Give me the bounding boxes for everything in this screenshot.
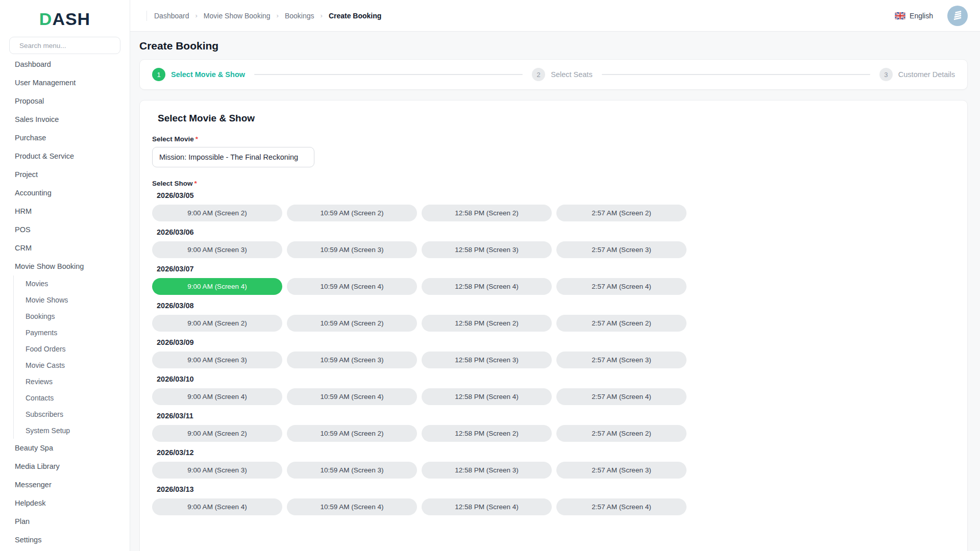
show-time-slot[interactable]: 2:57 AM (Screen 4) [556, 498, 687, 515]
show-time-slot[interactable]: 2:57 AM (Screen 4) [556, 388, 687, 405]
sidebar-item-purchase[interactable]: Purchase [9, 129, 121, 147]
show-time-slot[interactable]: 12:58 PM (Screen 2) [422, 315, 552, 332]
sidebar-subitem-bookings[interactable]: Bookings [26, 308, 121, 324]
show-date-groups: 2026/03/059:00 AM (Screen 2)10:59 AM (Sc… [152, 191, 955, 515]
card-title: Select Movie & Show [158, 113, 255, 124]
show-time-list: 9:00 AM (Screen 2)10:59 AM (Screen 2)12:… [152, 315, 955, 332]
sidebar-item-label: POS [15, 226, 31, 234]
sidebar-subitem-system-setup[interactable]: System Setup [26, 422, 121, 439]
sidebar-item-label: Plan [15, 517, 30, 525]
show-time-slot[interactable]: 10:59 AM (Screen 4) [287, 498, 417, 515]
sidebar-subitem-reviews[interactable]: Reviews [26, 373, 121, 390]
language-selector[interactable]: English [895, 12, 937, 20]
show-time-slot[interactable]: 10:59 AM (Screen 3) [287, 462, 417, 479]
show-time-slot[interactable]: 9:00 AM (Screen 3) [152, 241, 282, 258]
sidebar-item-sales-invoice[interactable]: $Sales Invoice [9, 110, 121, 129]
show-date-row: 2026/03/11 [152, 412, 955, 420]
show-time-slot[interactable]: 10:59 AM (Screen 2) [287, 205, 417, 221]
show-time-slot[interactable]: 12:58 PM (Screen 4) [422, 388, 552, 405]
show-time-slot[interactable]: 9:00 AM (Screen 3) [152, 462, 282, 479]
show-time-slot[interactable]: 12:58 PM (Screen 4) [422, 498, 552, 515]
sidebar-item-messenger[interactable]: Messenger [9, 475, 121, 494]
show-time-slot[interactable]: 10:59 AM (Screen 4) [287, 278, 417, 295]
show-time-slot[interactable]: 9:00 AM (Screen 2) [152, 205, 282, 221]
show-time-slot[interactable]: 12:58 PM (Screen 4) [422, 278, 552, 295]
sidebar-subitem-movie-casts[interactable]: Movie Casts [26, 357, 121, 373]
show-time-slot[interactable]: 2:57 AM (Screen 3) [556, 241, 687, 258]
show-time-slot[interactable]: 2:57 AM (Screen 3) [556, 462, 687, 479]
show-time-slot[interactable]: 9:00 AM (Screen 3) [152, 352, 282, 368]
sidebar-item-movie-show-booking[interactable]: Movie Show Booking [9, 257, 121, 276]
show-time-slot[interactable]: 2:57 AM (Screen 2) [556, 425, 687, 442]
step-select-movie-show[interactable]: 1Select Movie & Show [152, 68, 245, 81]
breadcrumb-item-bookings[interactable]: Bookings [285, 12, 314, 20]
sidebar-item-dashboard[interactable]: Dashboard [9, 59, 121, 73]
sidebar-item-settings[interactable]: Settings [9, 531, 121, 549]
show-time-slot[interactable]: 12:58 PM (Screen 2) [422, 205, 552, 221]
show-time-slot[interactable]: 12:58 PM (Screen 3) [422, 462, 552, 479]
sidebar-item-project[interactable]: Project [9, 165, 121, 184]
brand-letter-d: D [39, 9, 53, 29]
sidebar-item-label: Product & Service [15, 152, 74, 160]
show-time-list: 9:00 AM (Screen 2)10:59 AM (Screen 2)12:… [152, 425, 955, 442]
sidebar-item-pos[interactable]: POS [9, 220, 121, 239]
show-time-slot-selected[interactable]: 9:00 AM (Screen 4) [152, 278, 282, 295]
show-time-slot[interactable]: 2:57 AM (Screen 2) [556, 315, 687, 332]
sidebar-subitem-contacts[interactable]: Contacts [26, 390, 121, 406]
show-time-list: 9:00 AM (Screen 2)10:59 AM (Screen 2)12:… [152, 205, 955, 221]
show-time-slot[interactable]: 2:57 AM (Screen 4) [556, 278, 687, 295]
sidebar-item-user-management[interactable]: User Management [9, 73, 121, 92]
sidebar-item-accounting[interactable]: Accounting [9, 184, 121, 202]
breadcrumb-item-dashboard[interactable]: Dashboard [154, 12, 189, 20]
step-number: 1 [152, 68, 165, 81]
sidebar-subitem-movies[interactable]: Movies [26, 276, 121, 292]
breadcrumb-item-movie-show-booking[interactable]: Movie Show Booking [204, 12, 271, 20]
sidebar-search[interactable] [9, 37, 120, 54]
sidebar-item-media-library[interactable]: Media Library [9, 457, 121, 475]
breadcrumb-separator: › [277, 12, 279, 19]
show-time-list: 9:00 AM (Screen 4)10:59 AM (Screen 4)12:… [152, 278, 955, 295]
show-date-group: 2026/03/119:00 AM (Screen 2)10:59 AM (Sc… [152, 412, 955, 442]
breadcrumb-item-create-booking[interactable]: Create Booking [329, 12, 381, 20]
sidebar-item-helpdesk[interactable]: Helpdesk [9, 494, 121, 512]
show-date: 2026/03/13 [157, 485, 194, 493]
breadcrumb: Dashboard›Movie Show Booking›Bookings›Cr… [154, 12, 381, 20]
sidebar-item-label: Proposal [15, 97, 44, 105]
sidebar-subitem-movie-shows[interactable]: Movie Shows [26, 292, 121, 308]
show-time-slot[interactable]: 12:58 PM (Screen 3) [422, 241, 552, 258]
sidebar-item-label: CRM [15, 244, 32, 252]
sidebar-subitem-payments[interactable]: Payments [26, 324, 121, 341]
sidebar-submenu-movie-show-booking: MoviesMovie ShowsBookingsPaymentsFood Or… [13, 276, 121, 439]
sidebar-item-crm[interactable]: CRM [9, 239, 121, 257]
show-date: 2026/03/12 [157, 448, 194, 457]
show-time-slot[interactable]: 9:00 AM (Screen 2) [152, 315, 282, 332]
show-time-slot[interactable]: 9:00 AM (Screen 4) [152, 498, 282, 515]
show-time-slot[interactable]: 10:59 AM (Screen 2) [287, 315, 417, 332]
search-input[interactable] [19, 42, 114, 49]
sidebar-item-label: Dashboard [15, 60, 51, 68]
sidebar-item-proposal[interactable]: Proposal [9, 92, 121, 110]
show-time-slot[interactable]: 2:57 AM (Screen 2) [556, 205, 687, 221]
sidebar-item-label: Beauty Spa [15, 444, 53, 452]
step-customer-details[interactable]: 3Customer Details [879, 68, 955, 81]
show-time-slot[interactable]: 9:00 AM (Screen 4) [152, 388, 282, 405]
show-time-slot[interactable]: 9:00 AM (Screen 2) [152, 425, 282, 442]
sidebar-subitem-subscribers[interactable]: Subscribers [26, 406, 121, 422]
show-date: 2026/03/08 [157, 302, 194, 310]
show-time-slot[interactable]: 10:59 AM (Screen 3) [287, 241, 417, 258]
step-select-seats[interactable]: 2Select Seats [532, 68, 592, 81]
show-time-slot[interactable]: 12:58 PM (Screen 2) [422, 425, 552, 442]
sidebar-item-label: User Management [15, 79, 76, 87]
sidebar-item-hrm[interactable]: HRM [9, 202, 121, 220]
show-time-slot[interactable]: 10:59 AM (Screen 3) [287, 352, 417, 368]
show-time-slot[interactable]: 10:59 AM (Screen 2) [287, 425, 417, 442]
show-time-slot[interactable]: 10:59 AM (Screen 4) [287, 388, 417, 405]
sidebar-item-plan[interactable]: Plan [9, 512, 121, 531]
show-time-slot[interactable]: 2:57 AM (Screen 3) [556, 352, 687, 368]
sidebar-subitem-food-orders[interactable]: Food Orders [26, 341, 121, 357]
movie-select[interactable]: Mission: Impossible - The Final Reckonin… [152, 147, 314, 167]
user-avatar[interactable] [947, 6, 968, 26]
sidebar-item-beauty-spa[interactable]: Beauty Spa [9, 439, 121, 457]
sidebar-item-product-service[interactable]: Product & Service [9, 147, 121, 165]
show-time-slot[interactable]: 12:58 PM (Screen 3) [422, 352, 552, 368]
